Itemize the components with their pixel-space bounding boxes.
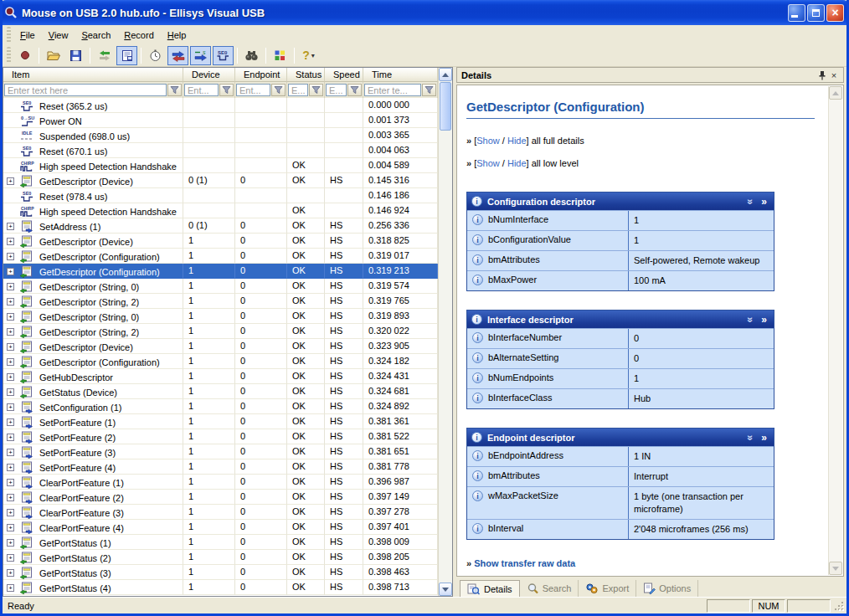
table-row[interactable]: +GetDescriptor (Configuration)10OKHS0.32… bbox=[3, 354, 438, 369]
timing-button[interactable] bbox=[145, 46, 166, 65]
expand-button[interactable]: + bbox=[7, 554, 14, 562]
split-transactions-button[interactable]: s bbox=[190, 46, 211, 65]
show-link[interactable]: Show bbox=[476, 136, 500, 146]
filter-funnel-button-speed[interactable] bbox=[347, 84, 362, 96]
collapse-icon[interactable]: » bbox=[746, 434, 754, 440]
column-header-device[interactable]: Device bbox=[183, 68, 235, 82]
table-row[interactable]: CHIRPHigh speed Detection HandshakeOK0.1… bbox=[3, 203, 438, 218]
colors-button[interactable] bbox=[270, 46, 291, 65]
hide-link[interactable]: Hide bbox=[507, 136, 527, 146]
details-view-button[interactable] bbox=[116, 46, 137, 65]
tab-details[interactable]: Details bbox=[460, 580, 520, 597]
filter-funnel-button-device[interactable] bbox=[219, 84, 234, 96]
expand-button[interactable]: + bbox=[7, 509, 14, 516]
toolbar-grip[interactable] bbox=[7, 47, 11, 64]
expand-button[interactable]: + bbox=[7, 223, 14, 230]
table-row[interactable]: +SetConfiguration (1)10OKHS0.324 892 bbox=[3, 399, 438, 414]
table-row[interactable]: +GetHubDescriptor10OKHS0.324 431 bbox=[3, 369, 438, 384]
expand-button[interactable]: + bbox=[7, 298, 14, 305]
table-row[interactable]: +GetDescriptor (String, 0)10OKHS0.319 89… bbox=[3, 309, 438, 324]
table-row[interactable]: +GetPortStatus (3)10OKHS0.398 463 bbox=[3, 565, 438, 580]
expand-button[interactable]: + bbox=[7, 539, 14, 547]
tab-search[interactable]: Search bbox=[520, 580, 579, 597]
expand-more-icon[interactable]: » bbox=[761, 198, 767, 206]
expand-more-icon[interactable]: » bbox=[761, 316, 767, 324]
maximize-button[interactable] bbox=[807, 4, 825, 22]
menu-file[interactable]: File bbox=[13, 28, 42, 43]
expand-button[interactable]: + bbox=[7, 313, 14, 321]
details-scroll-up-button[interactable] bbox=[829, 86, 842, 100]
transactions-button[interactable] bbox=[167, 46, 188, 65]
expand-button[interactable]: + bbox=[7, 358, 14, 366]
table-row[interactable]: CHIRPHigh speed Detection HandshakeOK0.0… bbox=[3, 158, 438, 173]
filter-input-status[interactable]: E... bbox=[288, 84, 308, 96]
details-close-button[interactable]: × bbox=[828, 69, 840, 81]
table-row[interactable]: +GetDescriptor (Configuration)10OKHS0.31… bbox=[3, 264, 438, 279]
expand-button[interactable]: + bbox=[7, 283, 14, 290]
expand-button[interactable]: + bbox=[7, 479, 14, 486]
filter-funnel-button-item[interactable] bbox=[167, 84, 182, 96]
expand-button[interactable]: + bbox=[7, 464, 14, 471]
table-row[interactable]: +SetPortFeature (2)10OKHS0.381 522 bbox=[3, 429, 438, 444]
expand-more-icon[interactable]: » bbox=[761, 434, 767, 442]
minimize-button[interactable] bbox=[788, 4, 805, 22]
expand-button[interactable]: + bbox=[7, 403, 14, 411]
navigate-button[interactable] bbox=[94, 46, 115, 65]
expand-button[interactable]: + bbox=[7, 388, 14, 396]
help-button[interactable]: ?▾ bbox=[298, 46, 319, 65]
column-header-time[interactable]: Time bbox=[363, 68, 438, 82]
expand-button[interactable]: + bbox=[7, 418, 14, 426]
tab-export[interactable]: Export bbox=[579, 580, 636, 597]
expand-button[interactable]: + bbox=[7, 373, 14, 381]
close-button[interactable]: × bbox=[826, 4, 844, 22]
column-header-endpoint[interactable]: Endpoint bbox=[235, 68, 287, 82]
filter-funnel-button-time[interactable] bbox=[422, 84, 436, 96]
table-row[interactable]: +SetAddress (1)0 (1)0OKHS0.256 336 bbox=[3, 218, 438, 234]
pin-button[interactable] bbox=[816, 69, 828, 81]
table-row[interactable]: +GetPortStatus (2)10OKHS0.398 205 bbox=[3, 550, 438, 565]
table-row[interactable]: +ClearPortFeature (1)10OKHS0.396 987 bbox=[3, 475, 438, 490]
menu-help[interactable]: Help bbox=[161, 28, 193, 43]
expand-button[interactable]: + bbox=[7, 177, 14, 185]
expand-button[interactable]: + bbox=[7, 328, 14, 336]
table-row[interactable]: +GetStatus (Device)10OKHS0.324 681 bbox=[3, 384, 438, 399]
scroll-down-button[interactable] bbox=[439, 583, 452, 596]
menu-search[interactable]: Search bbox=[75, 28, 117, 43]
collapse-icon[interactable]: » bbox=[746, 316, 754, 322]
column-header-status[interactable]: Status bbox=[287, 68, 325, 82]
expand-button[interactable]: + bbox=[7, 449, 14, 456]
table-row[interactable]: SE0Reset (978.4 us)0.146 186 bbox=[3, 188, 438, 203]
table-row[interactable]: IDLESuspended (698.0 us)0.003 365 bbox=[3, 128, 438, 143]
table-row[interactable]: 0→SUPower ON0.001 373 bbox=[3, 113, 438, 128]
table-row[interactable]: SE0Reset (365.2 us)0.000 000 bbox=[3, 98, 438, 113]
scroll-thumb[interactable] bbox=[440, 82, 451, 131]
table-row[interactable]: +ClearPortFeature (3)10OKHS0.397 278 bbox=[3, 505, 438, 520]
filter-input-device[interactable]: Ent... bbox=[184, 84, 219, 96]
table-row[interactable]: +SetPortFeature (3)10OKHS0.381 651 bbox=[3, 444, 438, 459]
menubar-grip[interactable] bbox=[7, 27, 11, 42]
table-row[interactable]: +GetPortStatus (4)10OKHS0.398 713 bbox=[3, 580, 438, 595]
filter-input-speed[interactable]: E... bbox=[326, 84, 347, 96]
table-row[interactable]: +GetDescriptor (Device)10OKHS0.323 905 bbox=[3, 339, 438, 354]
filter-funnel-button-status[interactable] bbox=[309, 84, 323, 96]
table-row[interactable]: SE0Reset (670.1 us)0.004 063 bbox=[3, 143, 438, 158]
table-row[interactable]: +ClearPortFeature (4)10OKHS0.397 401 bbox=[3, 520, 438, 535]
show-raw-data-link[interactable]: Show transfer raw data bbox=[474, 558, 575, 568]
hide-link[interactable]: Hide bbox=[507, 158, 527, 168]
table-row[interactable]: +GetPortStatus (1)10OKHS0.398 009 bbox=[3, 535, 438, 550]
expand-button[interactable]: + bbox=[7, 268, 14, 275]
table-row[interactable]: +GetDescriptor (Configuration)10OKHS0.31… bbox=[3, 249, 438, 264]
expand-button[interactable]: + bbox=[7, 238, 14, 245]
table-row[interactable]: +GetDescriptor (String, 0)10OKHS0.319 57… bbox=[3, 279, 438, 294]
scroll-up-button[interactable] bbox=[439, 68, 452, 81]
column-header-item[interactable]: Item bbox=[3, 68, 183, 82]
details-scroll-down-button[interactable] bbox=[829, 562, 842, 575]
tab-options[interactable]: Options bbox=[636, 580, 698, 597]
filter-input-item[interactable]: Enter text here bbox=[4, 84, 167, 96]
table-row[interactable]: +ClearPortFeature (2)10OKHS0.397 149 bbox=[3, 490, 438, 505]
sequencer-button[interactable]: SE0 bbox=[213, 46, 234, 65]
record-button[interactable] bbox=[14, 46, 35, 65]
menu-view[interactable]: View bbox=[42, 28, 75, 43]
expand-button[interactable]: + bbox=[7, 343, 14, 351]
table-row[interactable]: +SetPortFeature (1)10OKHS0.381 361 bbox=[3, 414, 438, 429]
